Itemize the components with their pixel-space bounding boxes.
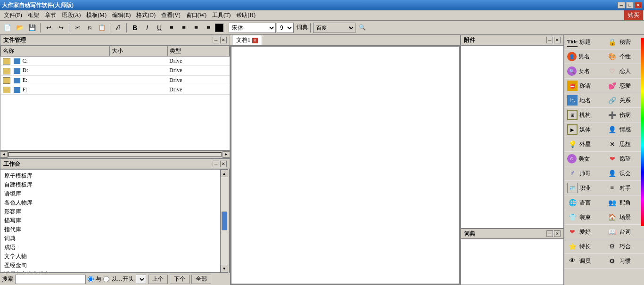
list-item[interactable]: 文学人物 (0, 252, 220, 261)
undo-button[interactable]: ↩ (43, 22, 54, 33)
tool-special[interactable]: ⭐ 特长 (564, 239, 604, 254)
search-option-select[interactable] (136, 275, 146, 284)
tool-female-name[interactable]: 🔍 女名 (564, 64, 604, 79)
scroll-down-btn[interactable]: ▼ (221, 265, 228, 272)
purchase-button[interactable]: 购买 (624, 10, 643, 20)
dict-minimize[interactable]: ─ (546, 230, 553, 237)
tool-title[interactable]: Title 标题 (564, 35, 604, 49)
list-item[interactable]: 原子模板库 (0, 171, 220, 180)
list-item[interactable]: 描写库 (0, 216, 220, 225)
tool-handsome[interactable]: ♂ 帅哥 (564, 166, 604, 181)
close-button[interactable]: ✕ (635, 2, 642, 8)
attach-minimize[interactable]: ─ (546, 37, 553, 43)
tool-outer-star[interactable]: 💡 外星 (564, 137, 604, 152)
list-item[interactable]: 各色人物库 (0, 198, 220, 207)
scroll-thumb[interactable] (222, 212, 227, 230)
search-engine-select[interactable]: 百度 (313, 23, 355, 33)
scroll-right-btn[interactable]: ► (223, 151, 230, 158)
list-item[interactable]: 诺贝尔文学奖得主 (0, 270, 220, 272)
menu-passage[interactable]: 语段(A) (59, 10, 84, 20)
tool-romance[interactable]: 💕 恋爱 (604, 79, 644, 93)
table-row[interactable]: E: Drive (1, 75, 230, 85)
menu-window[interactable]: 窗口(W) (183, 10, 209, 20)
save-button[interactable]: 💾 (26, 22, 38, 33)
scroll-thumb-area[interactable] (221, 177, 228, 265)
doc-tab-close[interactable]: ✕ (252, 38, 258, 43)
search-all-button[interactable]: 全部 (191, 275, 211, 284)
work-scrollbar[interactable]: ▲ ▼ (220, 170, 228, 272)
tool-skill[interactable]: ⚙ 巧合 (604, 239, 644, 254)
tool-media[interactable]: ▶ 媒体 (564, 122, 604, 137)
dict-close[interactable]: ✕ (554, 230, 561, 237)
tool-habit[interactable]: ⚙ 习惯 (604, 254, 644, 269)
list-item[interactable]: 自建模板库 (0, 180, 220, 189)
table-row[interactable]: D: Drive (1, 66, 230, 75)
search-icon[interactable]: 🔍 (356, 22, 368, 33)
align-center-button[interactable]: ≡ (178, 22, 190, 33)
tool-enemy[interactable]: 👁 调员 (564, 254, 604, 269)
menu-file[interactable]: 文件(F) (1, 10, 25, 20)
radio-startswith[interactable] (103, 276, 109, 282)
workbench-minimize[interactable]: ─ (213, 161, 219, 167)
tool-job[interactable]: 🪪 职业 (564, 181, 604, 195)
menu-view[interactable]: 查看(V) (158, 10, 183, 20)
tool-partner[interactable]: 👥 配角 (604, 195, 644, 210)
tool-org[interactable]: ⊞ 机构 (564, 108, 604, 122)
maximize-button[interactable]: □ (626, 2, 634, 8)
tool-lover[interactable]: ♡ 恋人 (604, 64, 644, 79)
list-item[interactable]: 指代库 (0, 225, 220, 234)
cut-button[interactable]: ✂ (72, 22, 83, 33)
tool-personality[interactable]: 🎨 个性 (604, 49, 644, 64)
tool-wish[interactable]: ❤ 愿望 (604, 152, 644, 166)
redo-button[interactable]: ↪ (55, 22, 66, 33)
list-item[interactable]: 语境库 (0, 189, 220, 198)
tool-opponent[interactable]: ≡ 对手 (604, 181, 644, 195)
minimize-button[interactable]: ─ (618, 2, 625, 8)
scroll-up-btn[interactable]: ▲ (221, 170, 228, 177)
menu-edit[interactable]: 编辑(E) (109, 10, 133, 20)
align-left-button[interactable]: ≡ (166, 22, 177, 33)
file-manager-close[interactable]: ✕ (220, 37, 227, 43)
menu-format[interactable]: 格式(O) (133, 10, 158, 20)
tool-injury[interactable]: ➕ 伤病 (604, 108, 644, 122)
tool-dialog[interactable]: 📖 台词 (604, 225, 644, 239)
color-button[interactable] (215, 24, 223, 32)
font-size-select[interactable]: 9 (277, 23, 294, 33)
radio-and[interactable] (88, 276, 94, 282)
tool-emotion[interactable]: 👤 情感 (604, 122, 644, 137)
tool-male-name[interactable]: 👤 男名 (564, 49, 604, 64)
tool-outfit[interactable]: 👕 装束 (564, 210, 604, 225)
list-item[interactable]: 形容库 (0, 207, 220, 216)
doc-tab-1[interactable]: 文档1 ✕ (232, 35, 262, 45)
menu-help[interactable]: 帮助(H) (233, 10, 258, 20)
attach-close[interactable]: ✕ (554, 37, 561, 43)
paste-button[interactable]: 📋 (96, 22, 107, 33)
underline-button[interactable]: U (154, 22, 165, 33)
tool-thought[interactable]: ✕ 思想 (604, 137, 644, 152)
list-item[interactable]: 词典 (0, 234, 220, 243)
tool-misunderstand[interactable]: 👤 误会 (604, 166, 644, 181)
menu-chapter[interactable]: 章节 (42, 10, 59, 20)
tool-beauty[interactable]: ⊙ 美女 (564, 152, 604, 166)
font-select[interactable]: 宋体 (229, 23, 276, 33)
tool-relation[interactable]: 🔗 关系 (604, 93, 644, 108)
workbench-close[interactable]: ✕ (220, 161, 227, 167)
tool-address[interactable]: 📛 称谓 (564, 79, 604, 93)
file-scrollbar-horizontal[interactable]: ◄ ► (0, 150, 230, 158)
tool-language[interactable]: 🌐 语言 (564, 195, 604, 210)
search-prev-button[interactable]: 上个 (148, 275, 168, 284)
menu-template[interactable]: 模板(M) (83, 10, 109, 20)
open-button[interactable]: 📂 (14, 22, 25, 33)
table-row[interactable]: C: Drive (1, 57, 230, 66)
list-item[interactable]: 成语 (0, 243, 220, 252)
tool-secret[interactable]: 🔒 秘密 (604, 35, 644, 49)
copy-button[interactable]: ⎘ (84, 22, 95, 33)
tool-scene[interactable]: 🏠 场景 (604, 210, 644, 225)
menu-frame[interactable]: 框架 (25, 10, 42, 20)
bold-button[interactable]: B (129, 22, 140, 33)
search-input[interactable] (15, 275, 86, 284)
print-button[interactable]: 🖨 (113, 22, 124, 33)
table-row[interactable]: F: Drive (1, 85, 230, 94)
new-button[interactable]: 📄 (2, 22, 13, 33)
scroll-left-btn[interactable]: ◄ (0, 151, 8, 158)
